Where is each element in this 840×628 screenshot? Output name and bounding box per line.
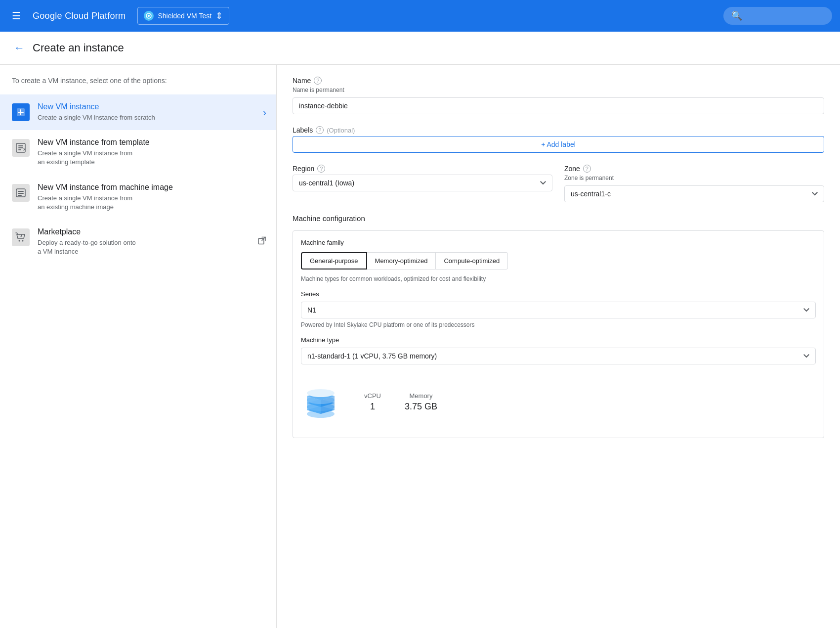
project-chevron-icon: ⇕	[215, 10, 223, 21]
svg-rect-10	[18, 195, 22, 196]
new-vm-arrow-icon: ›	[263, 107, 266, 118]
project-icon	[144, 11, 154, 21]
tab-memory-optimized[interactable]: Memory-optimized	[367, 252, 436, 269]
app-title: Google Cloud Platform	[33, 11, 126, 21]
series-select[interactable]: N1	[301, 302, 816, 318]
marketplace-icon	[12, 228, 30, 246]
svg-rect-8	[18, 191, 24, 192]
tab-general-purpose[interactable]: General-purpose	[301, 252, 367, 269]
marketplace-title: Marketplace	[38, 227, 136, 236]
vm-image-desc: Create a single VM instance froman exist…	[38, 194, 173, 212]
series-powered-text: Powered by Intel Skylake CPU platform or…	[301, 321, 816, 328]
new-vm-text: New VM instance Create a single VM insta…	[38, 102, 155, 122]
name-section: Name ? Name is permanent	[293, 77, 824, 114]
region-col: Region ? us-central1 (Iowa)	[293, 165, 552, 202]
svg-rect-5	[18, 147, 23, 148]
name-help-icon[interactable]: ?	[314, 77, 322, 85]
svg-rect-6	[18, 149, 21, 150]
vcpu-value: 1	[364, 402, 381, 412]
region-help-icon[interactable]: ?	[317, 165, 325, 173]
vm-template-icon	[12, 139, 30, 157]
vcpu-label: vCPU	[364, 392, 381, 400]
name-input[interactable]	[293, 97, 824, 114]
option-vm-template[interactable]: New VM instance from template Create a s…	[0, 130, 276, 175]
marketplace-desc: Deploy a ready-to-go solution ontoa VM i…	[38, 238, 136, 256]
name-label: Name ?	[293, 77, 824, 85]
zone-label: Zone ?	[564, 165, 824, 173]
machine-family-desc: Machine types for common workloads, opti…	[301, 275, 816, 282]
vm-template-desc: Create a single VM instance froman exist…	[38, 149, 150, 167]
machine-type-label: Machine type	[301, 336, 816, 344]
resource-display: vCPU 1 Memory 3.75 GB	[301, 374, 816, 430]
option-marketplace[interactable]: Marketplace Deploy a ready-to-go solutio…	[0, 220, 276, 264]
machine-config-section: Machine configuration Machine family Gen…	[293, 214, 824, 438]
vm-image-text: New VM instance from machine image Creat…	[38, 183, 173, 212]
page-header: ← Create an instance	[0, 32, 840, 65]
project-name: Shielded VM Test	[158, 12, 211, 20]
zone-sublabel: Zone is permanent	[564, 175, 824, 181]
page-title: Create an instance	[33, 42, 124, 54]
region-zone-section: Region ? us-central1 (Iowa) Zone ? Zone …	[293, 165, 824, 202]
svg-point-11	[19, 240, 20, 241]
region-label: Region ?	[293, 165, 552, 173]
new-vm-title: New VM instance	[38, 102, 155, 111]
vm-template-title: New VM instance from template	[38, 138, 150, 147]
vcpu-stat: vCPU 1	[364, 392, 381, 412]
svg-rect-9	[18, 193, 24, 194]
vm-image-icon	[12, 184, 30, 202]
search-icon: 🔍	[731, 10, 742, 21]
back-button[interactable]: ←	[12, 40, 27, 56]
panel-intro: To create a VM instance, select one of t…	[0, 77, 276, 94]
machine-type-select[interactable]: n1-standard-1 (1 vCPU, 3.75 GB memory)	[301, 348, 816, 364]
marketplace-text: Marketplace Deploy a ready-to-go solutio…	[38, 227, 136, 256]
zone-select[interactable]: us-central1-c	[564, 185, 824, 202]
machine-config-box: Machine family General-purpose Memory-op…	[293, 230, 824, 438]
memory-stat: Memory 3.75 GB	[405, 392, 437, 412]
machine-family-label: Machine family	[301, 239, 816, 246]
vm-template-text: New VM instance from template Create a s…	[38, 138, 150, 167]
right-panel: Name ? Name is permanent Labels ? (Optio…	[277, 65, 840, 628]
svg-point-1	[148, 15, 150, 17]
name-sublabel: Name is permanent	[293, 87, 824, 93]
machine-stack-icon	[301, 382, 340, 422]
labels-help-icon[interactable]: ?	[316, 126, 324, 134]
main-content: To create a VM instance, select one of t…	[0, 65, 840, 628]
zone-col: Zone ? Zone is permanent us-central1-c	[564, 165, 824, 202]
zone-help-icon[interactable]: ?	[583, 165, 591, 173]
search-bar[interactable]: 🔍	[723, 7, 832, 25]
svg-rect-4	[18, 145, 23, 146]
app-header: ☰ Google Cloud Platform Shielded VM Test…	[0, 0, 840, 32]
machine-family-tabs: General-purpose Memory-optimized Compute…	[301, 252, 816, 269]
svg-point-12	[22, 240, 24, 241]
series-label: Series	[301, 290, 816, 298]
tab-compute-optimized[interactable]: Compute-optimized	[436, 252, 508, 269]
memory-value: 3.75 GB	[405, 402, 437, 412]
header-logo: Google Cloud Platform	[33, 11, 126, 21]
labels-section: Labels ? (Optional) + Add label	[293, 126, 824, 153]
region-select[interactable]: us-central1 (Iowa)	[293, 175, 552, 191]
memory-label: Memory	[405, 392, 437, 400]
svg-point-17	[307, 389, 335, 397]
option-vm-image[interactable]: New VM instance from machine image Creat…	[0, 175, 276, 220]
add-label-button[interactable]: + Add label	[293, 136, 824, 153]
vm-image-title: New VM instance from machine image	[38, 183, 173, 192]
project-selector[interactable]: Shielded VM Test ⇕	[137, 7, 229, 25]
menu-icon[interactable]: ☰	[8, 6, 25, 26]
labels-optional: (Optional)	[327, 127, 355, 134]
labels-label: Labels ? (Optional)	[293, 126, 824, 134]
marketplace-external-link-icon	[257, 236, 266, 248]
new-vm-icon	[12, 103, 30, 121]
option-new-vm[interactable]: New VM instance Create a single VM insta…	[0, 94, 276, 130]
left-panel: To create a VM instance, select one of t…	[0, 65, 277, 628]
new-vm-desc: Create a single VM instance from scratch	[38, 113, 155, 122]
machine-config-title: Machine configuration	[293, 214, 824, 223]
